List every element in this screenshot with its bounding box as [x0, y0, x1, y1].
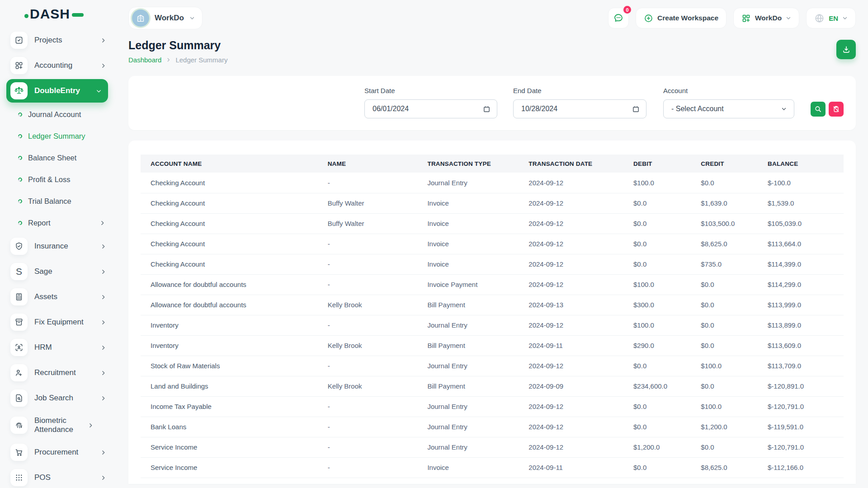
breadcrumb-dashboard-link[interactable]: Dashboard: [128, 56, 161, 64]
cell-debit: $0.0: [633, 457, 701, 478]
cell-credit: $1,639.0: [701, 193, 768, 213]
brand-logo[interactable]: DASH: [0, 0, 115, 28]
workdo-menu-button[interactable]: WorkDo: [733, 8, 799, 28]
sidebar-item-sage[interactable]: S Sage: [0, 259, 115, 284]
cell-transaction-date: 2024-09-12: [528, 315, 633, 335]
account-label: Account: [663, 87, 688, 94]
workspace-avatar: [132, 9, 149, 27]
sidebar-item-recruitment[interactable]: Recruitment: [0, 360, 115, 385]
cell-account-name: Bank Loans: [141, 417, 328, 437]
breadcrumb-current: Ledger Summary: [175, 56, 227, 64]
calculator-icon: [10, 288, 28, 305]
download-button[interactable]: [836, 40, 856, 59]
language-code: EN: [829, 14, 838, 22]
cell-account-name: Checking Account: [141, 234, 328, 254]
page-header: Ledger Summary Dashboard Ledger Summary: [128, 39, 856, 64]
table-row: Service Income - Journal Entry 2024-09-1…: [141, 437, 844, 457]
table-row: Checking Account - Invoice 2024-09-12 $0…: [141, 234, 844, 254]
column-header: TRANSACTION DATE: [528, 155, 633, 173]
sidebar-item-insurance[interactable]: Insurance: [0, 234, 115, 259]
end-date-input[interactable]: [521, 105, 589, 113]
calendar-icon[interactable]: [632, 105, 640, 113]
cell-credit: $0.0: [701, 437, 768, 457]
search-button[interactable]: [811, 102, 826, 117]
account-select-value: - Select Account: [671, 105, 724, 113]
sidebar-item-assets[interactable]: Assets: [0, 284, 115, 310]
workspace-selector[interactable]: WorkDo: [128, 7, 203, 29]
start-date-field[interactable]: [364, 99, 497, 118]
table-row: Allowance for doubtful accounts - Invoic…: [141, 274, 844, 295]
sidebar-subitem-label: Profit & Loss: [28, 175, 115, 184]
cell-transaction-type: Invoice: [427, 457, 528, 478]
chevron-right-icon: [100, 319, 106, 325]
sidebar-item-biometric-attendance[interactable]: Biometric Attendance: [0, 411, 115, 440]
account-select[interactable]: - Select Account: [663, 99, 794, 118]
start-date-input[interactable]: [373, 105, 440, 113]
workspace-name: WorkDo: [155, 14, 184, 23]
cell-balance: $113,709.0: [768, 356, 844, 376]
cell-transaction-date: 2024-09-12: [528, 417, 633, 437]
sidebar-item-projects[interactable]: Projects: [0, 28, 115, 53]
logo-dot: [24, 14, 28, 18]
cell-transaction-type: Journal Entry: [427, 173, 528, 193]
chevron-down-icon: [842, 15, 848, 21]
cell-balance: $-120,791.0: [768, 396, 844, 417]
cell-balance: $-120,791.0: [768, 437, 844, 457]
cell-balance: $113,609.0: [768, 335, 844, 356]
chevron-right-icon: [100, 63, 106, 69]
sidebar-item-label: Job Search: [34, 394, 100, 403]
sidebar-item-pos[interactable]: POS: [0, 465, 115, 488]
cell-transaction-date: 2024-09-12: [528, 234, 633, 254]
column-header: ACCOUNT NAME: [141, 155, 328, 173]
search-icon: [814, 105, 822, 113]
sidebar: DASH Projects Accounting: [0, 0, 115, 488]
reset-button[interactable]: [829, 102, 844, 117]
start-date-label: Start Date: [364, 87, 395, 94]
sidebar-subitem-trial-balance[interactable]: Trial Balance: [0, 190, 115, 212]
messages-button[interactable]: 0: [608, 8, 629, 28]
sidebar-item-accounting[interactable]: Accounting: [0, 53, 115, 78]
sidebar-subitem-label: Ledger Summary: [28, 132, 115, 141]
table-row: Checking Account Buffy Walter Invoice 20…: [141, 213, 844, 234]
sidebar-item-doubleentry[interactable]: DoubleEntry: [0, 78, 115, 103]
sidebar-item-label: Fix Equipment: [34, 318, 100, 327]
cell-name: -: [328, 437, 428, 457]
language-selector[interactable]: EN: [806, 8, 856, 28]
cell-name: -: [328, 173, 428, 193]
sidebar-item-procurement[interactable]: Procurement: [0, 440, 115, 465]
cell-balance: $113,899.0: [768, 315, 844, 335]
cell-credit: $0.0: [701, 376, 768, 396]
cell-transaction-date: 2024-09-12: [528, 396, 633, 417]
sidebar-subitem-balance-sheet[interactable]: Balance Sheet: [0, 147, 115, 169]
table-row: Service Income - Invoice 2024-09-11 $0.0…: [141, 457, 844, 478]
balance-scale-icon: [10, 82, 28, 99]
table-row: Checking Account Buffy Walter Invoice 20…: [141, 193, 844, 213]
bullet-icon: [17, 220, 23, 226]
sidebar-item-label: Insurance: [34, 242, 100, 251]
end-date-field[interactable]: [513, 99, 646, 118]
sidebar-item-fix-equipment[interactable]: Fix Equipment: [0, 310, 115, 335]
create-workspace-label: Create Workspace: [657, 14, 718, 22]
sidebar-subitem-report[interactable]: Report: [0, 212, 115, 234]
create-workspace-button[interactable]: Create Workspace: [636, 8, 726, 28]
download-icon: [842, 45, 851, 54]
topbar: WorkDo 0 Create Workspace WorkDo: [128, 0, 856, 32]
cell-debit: $0.0: [633, 417, 701, 437]
sidebar-subitem-profit-loss[interactable]: Profit & Loss: [0, 169, 115, 190]
cell-credit: $0.0: [701, 295, 768, 315]
sidebar-item-job-search[interactable]: Job Search: [0, 385, 115, 411]
cell-transaction-date: 2024-09-12: [528, 356, 633, 376]
sidebar-subitem-ledger-summary[interactable]: Ledger Summary: [0, 125, 115, 147]
chevron-right-icon: [100, 345, 106, 351]
cell-account-name: Checking Account: [141, 173, 328, 193]
cell-credit: $8,625.0: [701, 234, 768, 254]
grid-plus-icon: [741, 14, 751, 23]
logo-dash: [72, 13, 84, 17]
calendar-icon[interactable]: [483, 105, 491, 113]
sidebar-item-label: DoubleEntry: [34, 86, 96, 95]
sidebar-subitem-journal-account[interactable]: Journal Account: [0, 103, 115, 125]
chevron-right-icon: [100, 450, 106, 455]
cell-debit: $100.0: [633, 274, 701, 295]
sidebar-item-hrm[interactable]: HRM: [0, 335, 115, 360]
sidebar-item-label: Assets: [34, 292, 100, 301]
